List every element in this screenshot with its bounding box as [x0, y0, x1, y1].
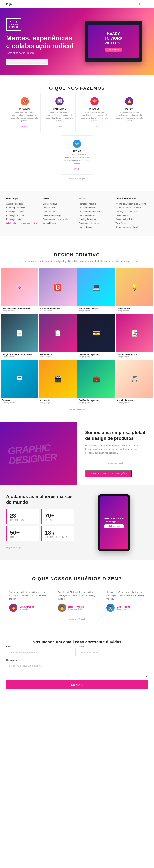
- service-link-3[interactable]: MAIS: [127, 126, 132, 128]
- contact-title: Nos mande um email caso apresente dúvida…: [6, 640, 148, 644]
- message-field[interactable]: [6, 662, 148, 677]
- author-avatar-2: 👨‍💼: [106, 603, 114, 612]
- feature-list-0: Análise e pesquisa Workshop Interativos …: [6, 203, 38, 225]
- hero-subtitle: Tento duos dar in Freepik: [6, 52, 75, 55]
- feature-col-title-0: Estratégia: [6, 197, 38, 200]
- stat-number-1: 70+: [45, 513, 71, 519]
- portfolio-item-3[interactable]: 💡 Caixas de luz Design gráfico: [116, 268, 153, 313]
- portfolio-name-4: design de folheto colaborativo: [2, 353, 37, 356]
- hero-title: Marcas, experiências e colaboração radic…: [6, 34, 75, 50]
- stat-label-3: USUÁRIOS FELIZES: [45, 536, 71, 538]
- name-field[interactable]: [79, 649, 148, 656]
- feature-item: Campanhas de marca: [79, 222, 111, 225]
- portfolio-cat-9: Design digital: [40, 402, 76, 404]
- feature-col-projeto: Projeto Direção Criativa Guias de Marca …: [43, 197, 75, 230]
- portfolio-name-5: Formulários: [40, 353, 76, 356]
- service-link-0[interactable]: MAIS: [22, 126, 27, 128]
- portfolio-name-0: Uma identidade colaborativa: [2, 308, 37, 310]
- portfolio-item-9[interactable]: 🎬 Animação Design digital: [39, 360, 77, 405]
- portfolio-item-1[interactable]: 🅱️ Campanha de marca Design gráfico: [39, 268, 77, 313]
- feature-col-title-2: Marca: [79, 197, 111, 200]
- service-title-2: PRÊMIOS: [81, 107, 108, 110]
- portfolio-item-6[interactable]: 💳 Cartões de negócios Design gráfico: [77, 314, 115, 359]
- submit-button[interactable]: ENVIAR: [6, 680, 148, 689]
- portfolio-cat-2: Design digital: [79, 310, 114, 312]
- service-link-4[interactable]: MAIS: [74, 168, 80, 170]
- laptop-cta[interactable]: CLICK HERE: [105, 48, 121, 52]
- portfolio-cat-0: Design gráfico: [2, 310, 37, 312]
- portfolio-img-bg-7: 🃏: [116, 314, 153, 352]
- feature-item: Guias de Marca: [43, 207, 75, 209]
- testimonial-card-2: Sample text. Click to select the text bo…: [103, 588, 148, 615]
- portfolio-item-11[interactable]: 🎵 Modelo de música Design gráfico: [116, 360, 153, 405]
- stat-label-1: SITES: [45, 519, 71, 521]
- service-link-2[interactable]: MAIS: [92, 126, 97, 128]
- graphic-designer-text: GRAPHIC DESIGNER: [7, 441, 70, 466]
- phone-screen: Rate us — Do you like this app? Please C…: [100, 496, 128, 549]
- service-desc-3: Duis aute irure dolor in reprehenderit i…: [116, 111, 143, 122]
- service-title-0: PROJETO: [11, 107, 38, 110]
- name-form-group: Nome: [79, 646, 148, 656]
- email-label: Email: [6, 646, 76, 648]
- author-name-2: Bob Roberts: [117, 606, 132, 608]
- service-desc-4: Duis aute irure dolor in reprehenderit i…: [63, 154, 91, 165]
- portfolio-cat-3: Design gráfico: [117, 310, 152, 312]
- author-avatar-0: 👩: [9, 603, 18, 612]
- phone-screen-content: Rate us — Do you like this app? Please C…: [104, 517, 124, 528]
- portfolio-item-5[interactable]: 📋 Formulários Design digital: [39, 314, 77, 359]
- email-form-group: Email: [6, 646, 76, 656]
- feature-list-1: Direção Criativa Guias de Marca Prototip…: [43, 203, 75, 225]
- portfolio-item-8[interactable]: 🪧 Cartazes Design gráfico: [1, 360, 38, 405]
- portfolio-item-0[interactable]: 🌸 Uma identidade colaborativa Design grá…: [1, 268, 38, 313]
- service-icon-projeto: 🎯: [21, 97, 29, 105]
- testimonial-author-2: 👨‍💼 Bob Roberts Gerente de vendas: [106, 603, 145, 612]
- portfolio-img-bg-5: 📋: [39, 314, 77, 352]
- feature-item: Estratégia digital: [6, 218, 38, 221]
- portfolio-img-bg-1: 🅱️: [39, 268, 77, 306]
- author-role-1: Cozinheiro chefe: [68, 608, 84, 610]
- stat-box-1: 70+ SITES: [41, 509, 74, 524]
- feature-col-marca: Marca Identidade visual e Identidade ver…: [79, 197, 111, 230]
- portfolio-name-1: Campanha de marca: [40, 308, 76, 310]
- stat-label-0: APLICATIVOS: [10, 519, 36, 521]
- service-link-1[interactable]: MAIS: [57, 126, 62, 128]
- author-role-2: Gerente de vendas: [117, 608, 132, 610]
- stats-image-credit: Imagem de freepik: [6, 544, 74, 552]
- portfolio-item-7[interactable]: 🃏 Cartões de negócios Design gráfico: [116, 314, 153, 359]
- phone-mockup: Rate us — Do you like this app? Please C…: [98, 494, 130, 551]
- global-brand-cta[interactable]: CONSULTE MAIS INFORMAÇÕES: [85, 470, 132, 477]
- portfolio-cat-10: Design gráfico: [79, 402, 114, 404]
- global-brand-credit: Imagem de freepik: [85, 459, 146, 467]
- portfolio-name-11: Modelo de música: [117, 399, 152, 402]
- stats-title: Ajudamos as melhores marcas do mundo: [6, 494, 74, 505]
- features-grid: Estratégia Análise e pesquisa Workshop I…: [6, 197, 148, 230]
- portfolio-cat-1: Design gráfico: [40, 310, 76, 312]
- feature-item: Naming de marcas: [79, 218, 111, 221]
- creative-design-section: DESIGN CRIATIVO Lorem ipsum dolor sit am…: [0, 236, 154, 422]
- service-icon-marketing: 📊: [55, 97, 63, 105]
- feature-item: Criação de recursos visuais: [43, 218, 75, 221]
- portfolio-cat-8: Design gráfico: [2, 402, 37, 404]
- hero-cta-button[interactable]: CONSULTE MÁS INFORMAÇÃO: [6, 59, 48, 64]
- author-avatar-1: 👨: [58, 603, 66, 612]
- testimonial-author-1: 👨 Noel Reynolds Cozinheiro chefe: [58, 603, 96, 612]
- stats-content: Ajudamos as melhores marcas do mundo 23 …: [6, 494, 148, 552]
- email-field[interactable]: [6, 649, 76, 656]
- feature-item: Workshop Interativos: [6, 207, 38, 209]
- services-grid: 🎯 PROJETO Duis aute irure dolor in repre…: [0, 93, 154, 175]
- stat-label-2: TIMES: [10, 536, 36, 538]
- feature-item: Filmes de marca: [79, 226, 111, 229]
- service-title-1: MARKETING: [46, 107, 73, 110]
- portfolio-name-8: Cartazes: [2, 399, 37, 402]
- portfolio-item-2[interactable]: 💻 Site de Web Design Design digital: [77, 268, 115, 313]
- portfolio-img-bg-10: 💼: [77, 360, 115, 398]
- service-desc-0: Duis aute irure dolor in reprehenderit i…: [11, 111, 38, 122]
- feature-col-estrategia: Estratégia Análise e pesquisa Workshop I…: [6, 197, 38, 230]
- portfolio-item-10[interactable]: 💼 Cartões de negócios Design gráfico: [77, 360, 115, 405]
- portfolio-cat-7: Design gráfico: [117, 356, 152, 358]
- portfolio-item-4[interactable]: 📄 design de folheto colaborativo Design …: [1, 314, 38, 359]
- portfolio-cat-6: Design gráfico: [79, 356, 114, 358]
- portfolio-cat-4: Design gráfico: [2, 356, 37, 358]
- stats-grid: 23 APLICATIVOS 70+ SITES 50+ TIMES 18k U…: [6, 509, 74, 541]
- global-brand-desc: Duis aute irure dolor in consectetur eli…: [85, 444, 146, 455]
